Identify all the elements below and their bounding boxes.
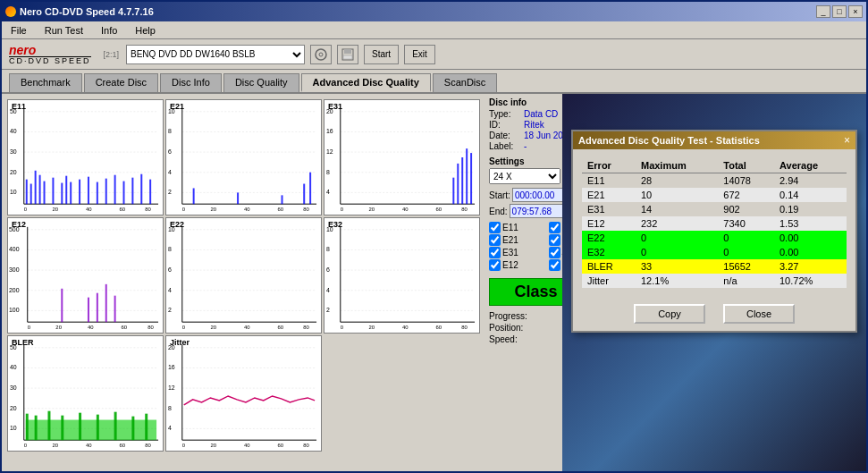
svg-text:60: 60 xyxy=(120,207,126,212)
svg-text:8: 8 xyxy=(168,128,172,134)
cb-jitter[interactable] xyxy=(549,247,560,258)
popup-title-bar: Advanced Disc Quality Test - Statistics … xyxy=(573,131,855,149)
cb-e11[interactable] xyxy=(489,222,501,233)
svg-text:80: 80 xyxy=(461,207,468,212)
svg-text:4: 4 xyxy=(168,287,172,293)
svg-text:8: 8 xyxy=(326,246,330,252)
start-button[interactable]: Start xyxy=(364,45,399,64)
svg-rect-32 xyxy=(88,177,89,205)
menu-info[interactable]: Info xyxy=(96,24,122,37)
close-popup-button[interactable]: Close xyxy=(723,304,795,324)
svg-text:300: 300 xyxy=(9,266,20,273)
cell-error: E31 xyxy=(582,202,636,216)
svg-text:20: 20 xyxy=(210,443,216,448)
checkbox-e21: E21 xyxy=(489,234,548,246)
cell-error: E21 xyxy=(582,188,636,202)
table-row: E21 10 672 0.14 xyxy=(582,188,847,202)
tab-scan-disc[interactable]: ScanDisc xyxy=(433,73,497,92)
svg-rect-28 xyxy=(61,183,63,205)
svg-rect-33 xyxy=(97,182,98,205)
copy-button[interactable]: Copy xyxy=(634,304,705,324)
svg-text:4: 4 xyxy=(168,169,172,175)
svg-text:80: 80 xyxy=(147,325,154,330)
svg-rect-27 xyxy=(52,178,54,205)
id-value: Ritek xyxy=(524,120,544,130)
cb-e21[interactable] xyxy=(489,234,501,246)
end-input[interactable] xyxy=(510,204,570,218)
cell-error: E32 xyxy=(582,245,636,259)
chart-e31: E31 20 16 12 8 4 0 xyxy=(324,99,480,215)
tab-disc-quality[interactable]: Disc Quality xyxy=(223,73,299,92)
start-label: Start: xyxy=(489,190,510,200)
cell-avg: 10.72% xyxy=(774,274,847,288)
stats-popup: Advanced Disc Quality Test - Statistics … xyxy=(571,130,857,333)
svg-text:2: 2 xyxy=(326,307,330,313)
maximize-btn[interactable]: □ xyxy=(832,5,847,18)
cell-max: 33 xyxy=(636,259,718,274)
svg-rect-30 xyxy=(70,182,72,205)
svg-text:8: 8 xyxy=(326,169,330,175)
svg-text:40: 40 xyxy=(244,325,250,330)
save-icon-btn[interactable] xyxy=(337,45,358,64)
cell-error: E12 xyxy=(582,216,636,231)
svg-rect-103 xyxy=(97,293,98,322)
tab-benchmark[interactable]: Benchmark xyxy=(9,73,82,92)
cb-bler[interactable] xyxy=(549,234,560,246)
svg-rect-101 xyxy=(61,289,63,322)
svg-rect-23 xyxy=(30,184,32,205)
svg-text:80: 80 xyxy=(303,325,309,330)
svg-text:2: 2 xyxy=(168,307,172,313)
speed-select[interactable]: 24 X xyxy=(489,168,560,184)
cell-total: 15652 xyxy=(718,259,774,274)
svg-text:40: 40 xyxy=(86,207,92,212)
minimize-btn[interactable]: _ xyxy=(816,5,830,18)
svg-text:200: 200 xyxy=(9,287,20,293)
cb-e31[interactable] xyxy=(489,247,501,258)
tab-advanced-disc-quality[interactable]: Advanced Disc Quality xyxy=(301,73,431,92)
svg-rect-166 xyxy=(145,414,147,441)
position-label: Position: xyxy=(489,323,523,333)
svg-text:20: 20 xyxy=(52,443,58,448)
drive-icon-btn[interactable] xyxy=(310,45,332,64)
svg-text:4: 4 xyxy=(168,425,172,431)
svg-rect-59 xyxy=(282,195,283,204)
table-row: E12 232 7340 1.53 xyxy=(582,216,847,231)
speed-label: Speed: xyxy=(489,334,518,344)
end-label: End: xyxy=(489,207,508,216)
tab-create-disc[interactable]: Create Disc xyxy=(84,73,158,92)
cb-e32[interactable] xyxy=(549,222,560,233)
cell-total: 0 xyxy=(718,231,774,245)
svg-text:60: 60 xyxy=(436,207,442,212)
svg-text:20: 20 xyxy=(210,325,216,330)
svg-text:80: 80 xyxy=(303,443,309,448)
cell-max: 0 xyxy=(636,231,718,245)
cell-total: 672 xyxy=(718,188,774,202)
cb-e12[interactable] xyxy=(489,259,501,271)
cb-e22[interactable] xyxy=(549,259,560,271)
menu-file[interactable]: File xyxy=(5,24,32,37)
svg-text:40: 40 xyxy=(10,364,17,370)
chart-jitter: Jitter 20 16 12 8 4 0 xyxy=(165,335,322,452)
svg-rect-79 xyxy=(452,178,454,205)
svg-rect-31 xyxy=(79,180,80,205)
menu-help[interactable]: Help xyxy=(130,24,161,37)
cell-error: Jitter xyxy=(582,274,636,288)
close-btn[interactable]: × xyxy=(848,5,863,18)
svg-text:40: 40 xyxy=(402,207,409,212)
svg-rect-81 xyxy=(461,157,463,204)
svg-rect-35 xyxy=(114,175,116,204)
exit-button[interactable]: Exit xyxy=(404,45,435,64)
svg-text:20: 20 xyxy=(210,207,216,212)
popup-close-btn[interactable]: × xyxy=(844,134,850,147)
svg-rect-159 xyxy=(35,416,38,441)
tab-disc-info[interactable]: Disc Info xyxy=(160,73,222,92)
svg-text:60: 60 xyxy=(278,207,284,212)
drive-select[interactable]: BENQ DVD DD DW1640 BSLB xyxy=(126,45,305,64)
date-label: Date: xyxy=(489,131,520,140)
svg-rect-3 xyxy=(344,49,351,54)
id-label: ID: xyxy=(489,120,520,130)
svg-rect-25 xyxy=(39,175,41,204)
svg-text:60: 60 xyxy=(122,325,128,330)
menu-run-test[interactable]: Run Test xyxy=(39,24,88,37)
col-average: Average xyxy=(774,158,847,173)
